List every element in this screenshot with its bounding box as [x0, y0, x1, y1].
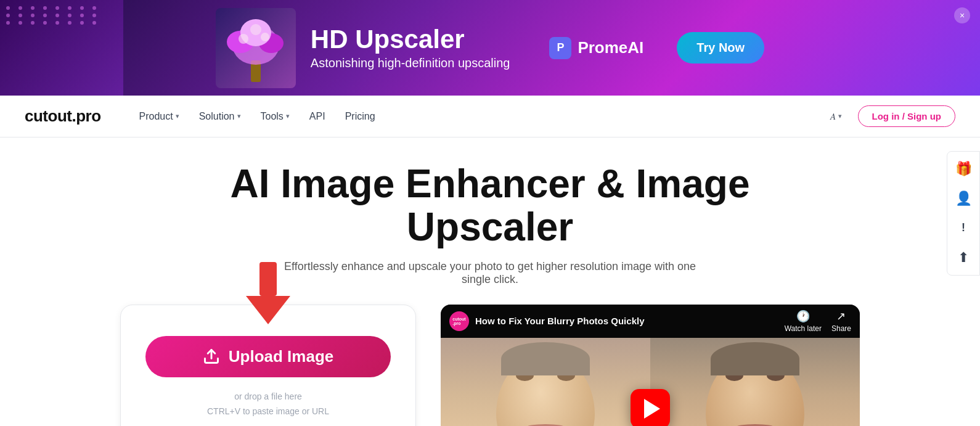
ad-content: HD Upscaler Astonishing high-definition … — [216, 8, 764, 88]
nav-item-tools[interactable]: Tools ▾ — [252, 106, 298, 127]
upload-button[interactable]: Upload Image — [145, 336, 391, 377]
nav-item-api[interactable]: API — [301, 106, 334, 127]
nav-item-solution[interactable]: Solution ▾ — [190, 106, 250, 127]
clock-icon: 🕐 — [785, 309, 822, 323]
ad-subtitle: Astonishing high-definition upscaling — [311, 56, 510, 70]
baby-face-right — [706, 353, 804, 426]
sidebar-gift-button[interactable]: 🎁 — [950, 155, 977, 182]
language-selector[interactable]: 𝐴 ▾ — [824, 107, 848, 126]
video-baby-right — [650, 338, 860, 426]
video-title: How to Fix Your Blurry Photos Quickly — [475, 316, 778, 326]
watch-later-label: Watch later — [785, 324, 822, 333]
upload-hint: or drop a file here CTRL+V to paste imag… — [207, 390, 329, 419]
nav-pricing-label: Pricing — [345, 111, 375, 122]
video-body — [441, 338, 860, 426]
share-icon: ↗ — [831, 309, 851, 323]
share-label: Share — [831, 324, 851, 333]
ad-try-button[interactable]: Try Now — [677, 32, 764, 63]
lang-chevron-icon: ▾ — [838, 112, 842, 120]
nav-links: Product ▾ Solution ▾ Tools ▾ API Pricing — [131, 106, 824, 127]
video-top-bar: cutout.pro How to Fix Your Blurry Photos… — [441, 305, 860, 338]
baby-face-left — [496, 353, 595, 426]
nav-api-label: API — [309, 111, 325, 122]
gift-icon: 🎁 — [955, 161, 972, 177]
channel-logo: cutout.pro — [449, 311, 469, 331]
login-button[interactable]: Log in / Sign up — [858, 105, 955, 127]
upload-icon — [203, 348, 220, 365]
ad-text-block: HD Upscaler Astonishing high-definition … — [311, 25, 510, 70]
upload-top-icon: ⬆ — [958, 250, 969, 266]
info-icon: ! — [962, 221, 965, 234]
sidebar-user-button[interactable]: 👤 — [950, 185, 977, 212]
upload-area: Upload Image or drop a file here CTRL+V … — [120, 305, 416, 426]
video-preview: cutout.pro How to Fix Your Blurry Photos… — [441, 305, 860, 426]
sidebar-info-button[interactable]: ! — [950, 215, 977, 242]
ad-close-button[interactable]: × — [954, 7, 970, 23]
page-title: AI Image Enhancer & Image Upscaler — [151, 162, 829, 249]
right-sidebar: 🎁 👤 ! ⬆ — [947, 151, 980, 276]
svg-point-6 — [261, 33, 269, 41]
nav-right: 𝐴 ▾ Log in / Sign up — [824, 105, 955, 127]
ad-banner: HD Upscaler Astonishing high-definition … — [0, 0, 980, 96]
nav-item-product[interactable]: Product ▾ — [131, 106, 188, 127]
promeai-logo: P — [549, 37, 571, 59]
ad-image — [216, 8, 296, 88]
share-button[interactable]: ↗ Share — [831, 309, 851, 333]
nav-tools-label: Tools — [261, 111, 284, 122]
upload-hint-line1: or drop a file here — [207, 390, 329, 404]
user-icon: 👤 — [955, 190, 972, 207]
nav-solution-label: Solution — [199, 111, 235, 122]
logo[interactable]: cutout.pro — [25, 107, 101, 126]
video-actions: 🕐 Watch later ↗ Share — [785, 309, 851, 333]
language-icon: 𝐴 — [830, 111, 836, 122]
navbar: cutout.pro Product ▾ Solution ▾ Tools ▾ … — [0, 96, 980, 137]
ad-brand-name: PromeAI — [578, 38, 643, 57]
play-icon — [644, 399, 660, 419]
video-baby-left — [441, 338, 650, 426]
nav-item-pricing[interactable]: Pricing — [337, 106, 384, 127]
upload-button-label: Upload Image — [229, 347, 333, 366]
video-play-button[interactable] — [631, 389, 670, 426]
solution-chevron-icon: ▾ — [237, 112, 241, 120]
tools-chevron-icon: ▾ — [286, 112, 290, 120]
ad-brand: P PromeAI — [549, 37, 643, 59]
watch-later-button[interactable]: 🕐 Watch later — [785, 309, 822, 333]
ad-title: HD Upscaler — [311, 25, 510, 54]
svg-point-7 — [250, 24, 261, 35]
upload-hint-line2: CTRL+V to paste image or URL — [207, 404, 329, 419]
svg-point-5 — [239, 34, 248, 44]
ad-dots-decoration — [6, 6, 101, 25]
page-subtitle: Effortlessly enhance and upscale your ph… — [274, 260, 706, 286]
arrow-indicator — [246, 262, 290, 324]
content-row: Upload Image or drop a file here CTRL+V … — [120, 305, 860, 426]
product-chevron-icon: ▾ — [176, 112, 179, 120]
nav-product-label: Product — [139, 111, 173, 122]
main-content: AI Image Enhancer & Image Upscaler Effor… — [0, 137, 980, 426]
sidebar-upload-button[interactable]: ⬆ — [950, 244, 977, 271]
